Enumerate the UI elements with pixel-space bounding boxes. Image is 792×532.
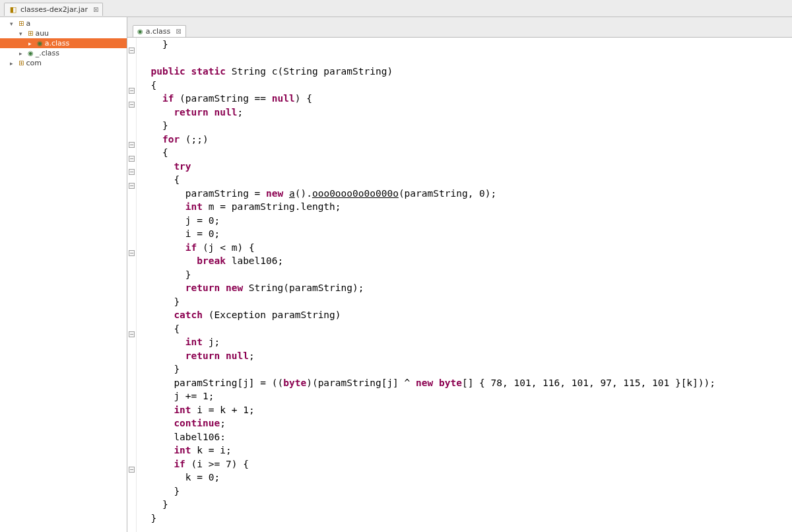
tree-item-a[interactable]: ▾ ⊞ a bbox=[0, 18, 127, 28]
jar-tab-label: classes-dex2jar.jar bbox=[20, 5, 88, 14]
fold-toggle-icon[interactable]: − bbox=[129, 169, 135, 175]
tree-item-label: auu bbox=[35, 29, 49, 38]
chevron-down-icon[interactable]: ▾ bbox=[10, 20, 16, 27]
tree-item-label: com bbox=[26, 59, 42, 67]
editor-pane: ◉ a.class ⊠ −−−−−−−−−− } public static S… bbox=[127, 17, 792, 532]
package-explorer[interactable]: ▾ ⊞ a ▾ ⊞ auu ▸ ◉ a.class ▸ ◉ _.class ▸ … bbox=[0, 17, 127, 532]
tree-item-auu[interactable]: ▾ ⊞ auu bbox=[0, 28, 127, 38]
package-icon: ⊞ bbox=[18, 59, 24, 67]
tree-item-a-class[interactable]: ▸ ◉ a.class bbox=[0, 38, 127, 48]
jar-icon: ◧ bbox=[9, 5, 18, 15]
fold-toggle-icon[interactable]: − bbox=[129, 142, 135, 148]
top-tab-bar: ◧ classes-dex2jar.jar ⊠ bbox=[0, 0, 792, 17]
package-icon: ⊞ bbox=[18, 20, 24, 27]
editor-tab-bar: ◉ a.class ⊠ bbox=[127, 17, 792, 37]
code-area: −−−−−−−−−− } public static String c(Stri… bbox=[127, 37, 792, 532]
fold-toggle-icon[interactable]: − bbox=[129, 48, 135, 53]
package-icon: ⊞ bbox=[28, 30, 33, 37]
jar-tab[interactable]: ◧ classes-dex2jar.jar ⊠ bbox=[4, 3, 103, 16]
tree-item-label: _.class bbox=[36, 49, 59, 57]
editor-tab-label: a.class bbox=[146, 27, 171, 36]
main-area: ▾ ⊞ a ▾ ⊞ auu ▸ ◉ a.class ▸ ◉ _.class ▸ … bbox=[0, 17, 792, 532]
fold-toggle-icon[interactable]: − bbox=[129, 102, 135, 108]
fold-toggle-icon[interactable]: − bbox=[129, 156, 135, 162]
chevron-down-icon[interactable]: ▾ bbox=[19, 30, 26, 37]
close-icon[interactable]: ⊠ bbox=[93, 6, 98, 13]
fold-toggle-icon[interactable]: − bbox=[129, 331, 135, 337]
fold-toggle-icon[interactable]: − bbox=[129, 183, 135, 189]
tree-item-label: a bbox=[26, 19, 30, 28]
fold-toggle-icon[interactable]: − bbox=[129, 467, 135, 473]
chevron-right-icon[interactable]: ▸ bbox=[19, 50, 26, 57]
chevron-right-icon[interactable]: ▸ bbox=[28, 40, 35, 47]
code-content[interactable]: } public static String c(String paramStr… bbox=[137, 38, 792, 532]
fold-toggle-icon[interactable]: − bbox=[129, 88, 135, 94]
chevron-right-icon[interactable]: ▸ bbox=[10, 60, 16, 67]
close-icon[interactable]: ⊠ bbox=[176, 28, 181, 35]
gutter[interactable]: −−−−−−−−−− bbox=[127, 38, 137, 532]
class-icon: ◉ bbox=[37, 40, 43, 47]
class-icon: ◉ bbox=[28, 50, 34, 57]
tree-item-com[interactable]: ▸ ⊞ com bbox=[0, 58, 127, 68]
editor-tab-a-class[interactable]: ◉ a.class ⊠ bbox=[133, 25, 186, 37]
tree-item-label: a.class bbox=[45, 39, 70, 48]
class-icon: ◉ bbox=[137, 28, 143, 35]
tree-item-underscore-class[interactable]: ▸ ◉ _.class bbox=[0, 48, 127, 58]
fold-toggle-icon[interactable]: − bbox=[129, 250, 135, 256]
